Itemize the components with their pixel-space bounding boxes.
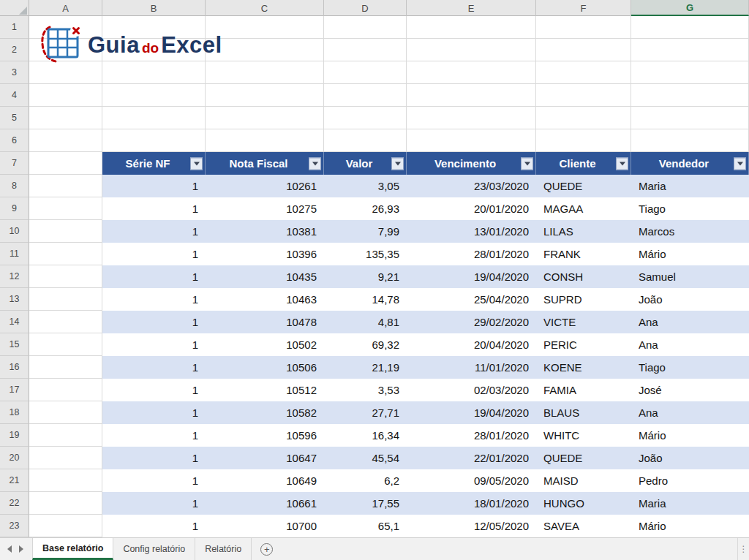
cell-D21[interactable]: 6,2 xyxy=(324,469,407,492)
cell-E12[interactable]: 19/04/2020 xyxy=(407,265,536,288)
cell-D18[interactable]: 27,71 xyxy=(324,401,407,424)
cell-G20[interactable]: João xyxy=(631,447,749,469)
tab-bar-overflow-handle[interactable]: ⋮ xyxy=(737,538,749,560)
cell-F11[interactable]: FRANK xyxy=(536,243,631,265)
row-header-18[interactable]: 18 xyxy=(0,401,29,424)
cell-C7[interactable]: Nota Fiscal xyxy=(206,152,324,175)
cell-E17[interactable]: 02/03/2020 xyxy=(407,379,536,401)
cell-B6[interactable] xyxy=(102,129,206,152)
cell-F20[interactable]: QUEDE xyxy=(536,447,631,469)
cell-F14[interactable]: VICTE xyxy=(536,311,631,333)
column-header-F[interactable]: F xyxy=(536,0,631,16)
filter-button[interactable] xyxy=(309,157,321,170)
cell-F12[interactable]: CONSH xyxy=(536,265,631,288)
sheet-tab-3[interactable]: Relatório xyxy=(195,538,252,560)
cell-A16[interactable] xyxy=(29,356,102,379)
cell-F22[interactable]: HUNGO xyxy=(536,492,631,515)
cell-B16[interactable]: 1 xyxy=(102,356,206,379)
cell-G8[interactable]: Maria xyxy=(631,175,749,197)
cell-F6[interactable] xyxy=(536,129,631,152)
sheet-nav-left-icon[interactable] xyxy=(7,545,12,553)
cell-G14[interactable]: Ana xyxy=(631,311,749,333)
cell-A11[interactable] xyxy=(29,243,102,265)
row-header-15[interactable]: 15 xyxy=(0,333,29,356)
cell-F8[interactable]: QUEDE xyxy=(536,175,631,197)
cell-F9[interactable]: MAGAA xyxy=(536,197,631,220)
cell-G5[interactable] xyxy=(631,107,749,129)
cell-F1[interactable] xyxy=(536,16,631,39)
cell-E2[interactable] xyxy=(407,39,536,61)
cell-G18[interactable]: Ana xyxy=(631,401,749,424)
cell-A13[interactable] xyxy=(29,288,102,311)
column-header-B[interactable]: B xyxy=(102,0,206,16)
cell-A18[interactable] xyxy=(29,401,102,424)
cell-B10[interactable]: 1 xyxy=(102,220,206,243)
column-header-D[interactable]: D xyxy=(324,0,407,16)
filter-button[interactable] xyxy=(616,157,628,170)
cell-B20[interactable]: 1 xyxy=(102,447,206,469)
cell-G7[interactable]: Vendedor xyxy=(631,152,749,175)
cell-F19[interactable]: WHITC xyxy=(536,424,631,447)
row-header-1[interactable]: 1 xyxy=(0,16,29,39)
cell-C8[interactable]: 10261 xyxy=(206,175,324,197)
cell-E1[interactable] xyxy=(407,16,536,39)
cell-C10[interactable]: 10381 xyxy=(206,220,324,243)
cell-C16[interactable]: 10506 xyxy=(206,356,324,379)
cell-E10[interactable]: 13/01/2020 xyxy=(407,220,536,243)
cell-D12[interactable]: 9,21 xyxy=(324,265,407,288)
cell-A19[interactable] xyxy=(29,424,102,447)
cell-C23[interactable]: 10700 xyxy=(206,515,324,537)
cell-A8[interactable] xyxy=(29,175,102,197)
cell-B18[interactable]: 1 xyxy=(102,401,206,424)
cell-A12[interactable] xyxy=(29,265,102,288)
cell-E9[interactable]: 20/01/2020 xyxy=(407,197,536,220)
cell-C21[interactable]: 10649 xyxy=(206,469,324,492)
cell-C14[interactable]: 10478 xyxy=(206,311,324,333)
cell-A23[interactable] xyxy=(29,515,102,537)
filter-button[interactable] xyxy=(391,157,404,170)
cell-C18[interactable]: 10582 xyxy=(206,401,324,424)
cell-E6[interactable] xyxy=(407,129,536,152)
cell-G13[interactable]: João xyxy=(631,288,749,311)
cell-B11[interactable]: 1 xyxy=(102,243,206,265)
row-header-8[interactable]: 8 xyxy=(0,175,29,197)
cell-B12[interactable]: 1 xyxy=(102,265,206,288)
cell-F3[interactable] xyxy=(536,61,631,84)
cell-D22[interactable]: 17,55 xyxy=(324,492,407,515)
cell-D2[interactable] xyxy=(324,39,407,61)
cell-E13[interactable]: 25/04/2020 xyxy=(407,288,536,311)
row-header-14[interactable]: 14 xyxy=(0,311,29,333)
cell-D6[interactable] xyxy=(324,129,407,152)
cell-D3[interactable] xyxy=(324,61,407,84)
cell-A4[interactable] xyxy=(29,84,102,107)
cell-F21[interactable]: MAISD xyxy=(536,469,631,492)
cell-D16[interactable]: 21,19 xyxy=(324,356,407,379)
cell-D15[interactable]: 69,32 xyxy=(324,333,407,356)
row-header-22[interactable]: 22 xyxy=(0,492,29,515)
row-header-23[interactable]: 23 xyxy=(0,515,29,537)
cell-D23[interactable]: 65,1 xyxy=(324,515,407,537)
cell-G6[interactable] xyxy=(631,129,749,152)
cell-E15[interactable]: 20/04/2020 xyxy=(407,333,536,356)
cell-E4[interactable] xyxy=(407,84,536,107)
cell-D14[interactable]: 4,81 xyxy=(324,311,407,333)
cell-C9[interactable]: 10275 xyxy=(206,197,324,220)
cell-G11[interactable]: Mário xyxy=(631,243,749,265)
cell-G2[interactable] xyxy=(631,39,749,61)
row-header-7[interactable]: 7 xyxy=(0,152,29,175)
cell-F15[interactable]: PERIC xyxy=(536,333,631,356)
cell-C4[interactable] xyxy=(206,84,324,107)
cell-F4[interactable] xyxy=(536,84,631,107)
cell-E18[interactable]: 19/04/2020 xyxy=(407,401,536,424)
cell-B19[interactable]: 1 xyxy=(102,424,206,447)
cell-G19[interactable]: Mário xyxy=(631,424,749,447)
cell-B21[interactable]: 1 xyxy=(102,469,206,492)
cell-A10[interactable] xyxy=(29,220,102,243)
cell-F16[interactable]: KOENE xyxy=(536,356,631,379)
cell-E19[interactable]: 28/01/2020 xyxy=(407,424,536,447)
cell-D13[interactable]: 14,78 xyxy=(324,288,407,311)
cell-G17[interactable]: José xyxy=(631,379,749,401)
cell-A7[interactable] xyxy=(29,152,102,175)
cell-A21[interactable] xyxy=(29,469,102,492)
cell-C2[interactable] xyxy=(206,39,324,61)
